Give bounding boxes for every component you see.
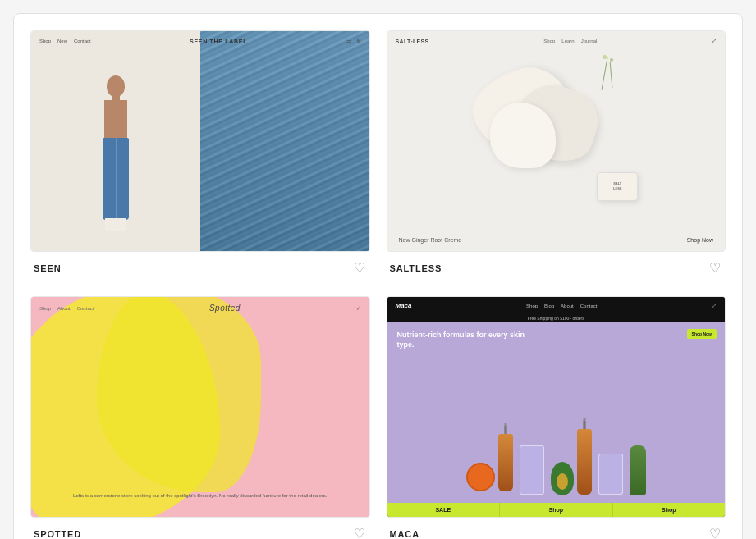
saltless-like-button[interactable]: ♡	[708, 260, 722, 276]
maca-hero: Nutrient-rich formulas for every skin ty…	[387, 322, 726, 503]
maca-brand: Maca	[396, 302, 412, 309]
spotted-nav-shop: Shop	[39, 306, 51, 311]
spotted-brand: Spotted	[209, 304, 241, 313]
saltless-card-footer: SALTLESS ♡	[387, 252, 726, 280]
card-saltless: SALT·LESS Shop Learn Journal ⤢	[387, 30, 726, 280]
jeans-seam	[116, 138, 117, 220]
maca-expand-icon: ⤢	[712, 303, 717, 309]
herb-stem-2	[610, 62, 613, 88]
seen-nav-contact: Contact	[74, 39, 91, 43]
maca-hero-cta[interactable]: Shop Now	[687, 329, 717, 339]
herb-tip-1	[603, 55, 607, 59]
herb-item	[630, 445, 646, 495]
bottle-1	[498, 434, 513, 491]
maca-preview: Maca Shop Blog About Contact ⤢ Free Ship…	[387, 297, 726, 517]
saltless-nav-journal: Journal	[581, 39, 598, 43]
person-jeans	[103, 138, 129, 220]
saltless-nav-learn: Learn	[561, 39, 574, 43]
saltless-expand-icon: ⤢	[712, 38, 717, 44]
seen-person-figure	[95, 75, 136, 231]
cream-jar-label: SALTLESS	[613, 181, 621, 190]
seen-right-panel	[200, 31, 369, 251]
herb-stem-1	[602, 57, 608, 90]
seen-preview: Shop New Contact SEEN THE LABEL ☰ ⊕	[31, 31, 369, 251]
gallery-grid: Shop New Contact SEEN THE LABEL ☰ ⊕	[30, 30, 726, 539]
spotted-expand-icon: ⤢	[356, 305, 361, 312]
saltless-nav-shop: Shop	[543, 39, 555, 43]
person-head	[107, 75, 125, 97]
maca-nav-about: About	[561, 304, 574, 308]
maca-nav-blog: Blog	[544, 304, 554, 308]
spotted-body-text: Lofts is a cornerstone store seeking out…	[31, 492, 369, 500]
maca-hero-text: Nutrient-rich formulas for every skin ty…	[387, 322, 552, 354]
maca-title: MACA	[390, 529, 420, 539]
seen-left-panel	[31, 31, 200, 251]
card-seen: Shop New Contact SEEN THE LABEL ☰ ⊕	[30, 30, 370, 280]
seen-icon2: ⊕	[356, 38, 361, 44]
saltless-product-area: SALTLESS	[441, 53, 671, 217]
person-feet	[105, 218, 126, 231]
saltless-shop-now[interactable]: Shop Now	[687, 237, 713, 243]
seen-image-wrapper[interactable]: Shop New Contact SEEN THE LABEL ☰ ⊕	[30, 30, 370, 252]
maca-nav-shop: Shop	[526, 304, 538, 308]
seen-nav-shop: Shop	[39, 39, 51, 43]
spotted-nav-about: About	[57, 306, 71, 311]
denim-texture	[200, 31, 369, 251]
glass-cup-1	[520, 445, 544, 495]
dropper-tip-2	[583, 421, 585, 429]
maca-product-group-2	[551, 429, 592, 495]
saltless-title: SALTLESS	[390, 263, 442, 273]
maca-like-button[interactable]: ♡	[708, 526, 722, 539]
seen-brand: SEEN THE LABEL	[190, 39, 247, 44]
saltless-image-wrapper[interactable]: SALT·LESS Shop Learn Journal ⤢	[387, 30, 726, 252]
spotted-nav-contact: Contact	[77, 306, 94, 311]
maca-footer-sale[interactable]: SALE	[387, 503, 501, 517]
spotted-like-button[interactable]: ♡	[352, 526, 367, 539]
maca-footer: SALE Shop Shop	[387, 503, 726, 517]
person-torso	[104, 100, 127, 141]
bottle-2	[577, 429, 592, 495]
maca-footer-shop-2[interactable]: Shop	[613, 503, 726, 517]
saltless-nav-links: Shop Learn Journal	[543, 39, 597, 43]
spotted-title: SPOTTED	[34, 529, 81, 539]
spotted-nav: Shop About Contact Spotted ⤢	[31, 304, 369, 313]
seen-icon1: ☰	[346, 38, 351, 44]
seen-card-footer: SEEN ♡	[30, 252, 370, 280]
saltless-bottom-bar: New Ginger Root Creme Shop Now	[387, 231, 726, 251]
spotted-card-footer: SPOTTED ♡	[30, 518, 370, 539]
seen-nav-new: New	[57, 39, 67, 43]
saltless-main: SALTLESS	[387, 31, 726, 231]
card-maca: Maca Shop Blog About Contact ⤢ Free Ship…	[387, 296, 726, 539]
spotted-nav-links: Shop About Contact	[39, 306, 94, 311]
maca-footer-shop-1[interactable]: Shop	[500, 503, 613, 517]
maca-shipping-banner: Free Shipping on $100+ orders	[387, 314, 726, 322]
avocado-item	[551, 462, 574, 495]
maca-product-group-1	[466, 434, 513, 491]
saltless-description: New Ginger Root Creme	[399, 237, 462, 243]
maca-products	[387, 388, 726, 503]
maca-nav-links: Shop Blog About Contact	[526, 304, 597, 308]
maca-card-footer: MACA ♡	[387, 518, 726, 539]
saltless-brand: SALT·LESS	[396, 39, 429, 44]
gallery-container: Shop New Contact SEEN THE LABEL ☰ ⊕	[13, 13, 743, 539]
glass-cup-2	[598, 454, 623, 495]
orange-slice-item	[466, 463, 495, 491]
maca-products-area	[387, 354, 726, 503]
spotted-preview: Shop About Contact Spotted ⤢ Lofts is a …	[31, 297, 369, 517]
maca-image-wrapper[interactable]: Maca Shop Blog About Contact ⤢ Free Ship…	[387, 296, 726, 518]
card-spotted: Shop About Contact Spotted ⤢ Lofts is a …	[30, 296, 370, 539]
saltless-cream-jar: SALTLESS	[597, 172, 638, 201]
herb-tip-2	[610, 58, 613, 62]
maca-nav-contact: Contact	[580, 304, 598, 308]
spotted-image-wrapper[interactable]: Shop About Contact Spotted ⤢ Lofts is a …	[30, 296, 370, 518]
maca-nav: Maca Shop Blog About Contact ⤢	[387, 297, 726, 314]
seen-nav: Shop New Contact SEEN THE LABEL ☰ ⊕	[31, 38, 369, 44]
dropper-tip-1	[504, 426, 506, 434]
seen-like-button[interactable]: ♡	[352, 260, 367, 276]
seen-nav-links: Shop New Contact	[39, 39, 91, 43]
seen-nav-icons: ☰ ⊕	[346, 38, 361, 44]
seen-title: SEEN	[34, 263, 61, 273]
saltless-preview: SALT·LESS Shop Learn Journal ⤢	[387, 31, 726, 251]
saltless-nav: SALT·LESS Shop Learn Journal ⤢	[387, 38, 726, 44]
denim-highlight	[200, 31, 369, 251]
